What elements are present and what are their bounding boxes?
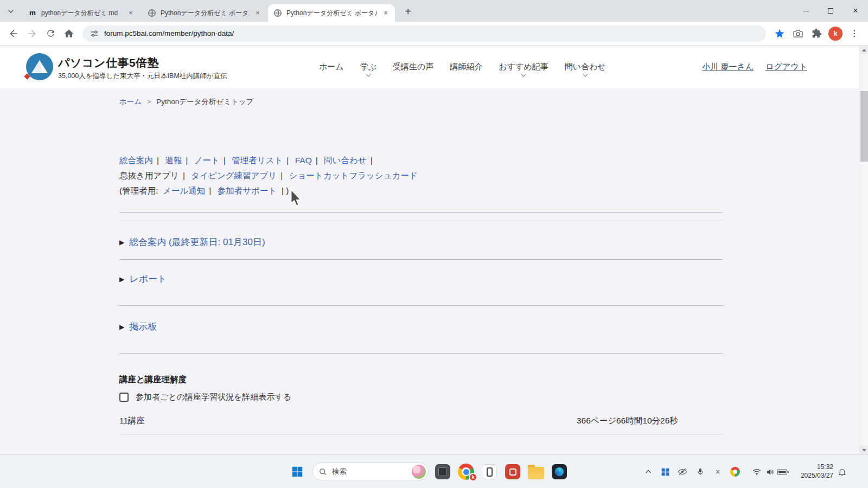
site-logo[interactable] — [26, 53, 53, 80]
home-button[interactable] — [60, 24, 78, 43]
course-count: 11講座 — [119, 415, 145, 427]
tab-close-icon[interactable]: × — [126, 8, 136, 18]
tray-colorful-app[interactable] — [729, 465, 742, 478]
link-weekly-report[interactable]: 週報 — [165, 156, 182, 165]
taskbar-app-red[interactable] — [502, 461, 524, 483]
site-info-icon[interactable] — [90, 29, 99, 38]
link-participant-support[interactable]: 参加者サポート — [218, 186, 277, 195]
nav-item-articles[interactable]: おすすめ記事 — [499, 62, 548, 72]
maximize-button[interactable] — [818, 0, 843, 22]
taskbar-app-phone[interactable] — [478, 461, 500, 483]
link-notes[interactable]: ノート — [194, 156, 220, 165]
taskbar-app-terminal[interactable] — [432, 461, 454, 483]
chrome-profile-badge: k — [469, 473, 477, 481]
scrollbar-up-button[interactable] — [860, 46, 868, 54]
scrollbar-down-button[interactable] — [860, 446, 868, 454]
tray-eye-app[interactable] — [676, 465, 689, 478]
forward-button[interactable] — [23, 24, 41, 43]
scrollbar-thumb[interactable] — [860, 91, 868, 162]
page-scrollbar[interactable] — [859, 46, 868, 454]
breadcrumb-separator: > — [147, 98, 151, 106]
taskbar-app-dark[interactable] — [548, 461, 570, 483]
nav-item-learn[interactable]: 学ぶ — [360, 62, 376, 72]
reload-icon — [46, 28, 56, 38]
taskbar-clock[interactable]: 15:32 2025/03/27 — [793, 463, 833, 480]
nav-item-instructors[interactable]: 講師紹介 — [450, 62, 482, 72]
notification-bell[interactable] — [835, 465, 848, 478]
taskbar-app-explorer[interactable] — [525, 461, 547, 483]
search-daily-image[interactable] — [412, 465, 426, 479]
link-admin-list[interactable]: 管理者リスト — [232, 156, 283, 165]
link-shortcut-flashcards[interactable]: ショートカットフラッシュカード — [289, 171, 418, 180]
menu-dots-icon[interactable] — [845, 24, 864, 43]
section-report[interactable]: ▶レポート — [119, 273, 167, 286]
close-button[interactable]: × — [843, 0, 868, 22]
separator: | — [183, 171, 185, 180]
microphone-icon — [696, 467, 705, 476]
back-button[interactable] — [4, 24, 23, 43]
link-contact[interactable]: 問い合わせ — [324, 156, 367, 165]
start-button[interactable] — [286, 461, 308, 483]
site-subtitle: 35,000人を指導した東大卒・元日本IBM社内講師が直伝 — [58, 72, 227, 81]
breadcrumb-home-link[interactable]: ホーム — [119, 97, 142, 107]
separator: | — [224, 156, 226, 165]
minimize-button[interactable] — [793, 0, 818, 22]
chevron-down-icon — [521, 74, 526, 77]
reload-button[interactable] — [41, 24, 60, 43]
extensions-icon[interactable] — [807, 24, 826, 43]
course-section-heading: 講座と講座理解度 — [119, 374, 187, 386]
tab-search-button[interactable] — [4, 5, 17, 18]
tab-close-icon[interactable]: × — [253, 8, 263, 18]
section-general-guide[interactable]: ▶総合案内 (最終更新日: 01月30日) — [119, 236, 265, 249]
tray-close-app[interactable]: × — [711, 465, 724, 478]
tab-close-icon[interactable]: × — [381, 8, 391, 18]
user-name-link[interactable]: 小川 慶一さん — [702, 62, 754, 72]
section-bulletin-board[interactable]: ▶掲示板 — [119, 320, 157, 333]
tray-battery[interactable] — [776, 465, 789, 478]
link-faq[interactable]: FAQ — [295, 156, 312, 165]
browser-tab-bar: m pythonデータ分析ゼミ.md × Pythonデータ分析ゼミ ポータルト… — [0, 0, 868, 22]
maximize-icon — [828, 8, 833, 14]
new-tab-button[interactable]: + — [400, 4, 416, 20]
link-typing-app[interactable]: タイピング練習アプリ — [191, 171, 277, 180]
bookmark-star-icon[interactable] — [770, 24, 789, 43]
nav-item-home[interactable]: ホーム — [319, 62, 344, 72]
tray-volume[interactable] — [763, 465, 776, 478]
eye-slash-icon — [678, 467, 687, 477]
profile-avatar[interactable]: k — [828, 27, 843, 41]
browser-tab-portal-2-active[interactable]: Pythonデータ分析ゼミ ポータルトッ × — [268, 4, 395, 22]
taskbar-app-chrome[interactable]: k — [455, 461, 477, 483]
windows-logo-icon — [291, 466, 303, 478]
section-title: 総合案内 (最終更新日: 01月30日) — [129, 237, 265, 247]
relax-apps-label: 息抜き用アプリ — [119, 171, 179, 180]
tray-wifi[interactable] — [750, 465, 763, 478]
tray-chevron-up[interactable] — [642, 465, 655, 478]
link-general-guide[interactable]: 総合案内 — [119, 156, 153, 165]
back-arrow-icon — [8, 28, 19, 39]
quick-links-row-2: 息抜き用アプリ| タイピング練習アプリ| ショートカットフラッシュカード — [119, 168, 723, 183]
divider — [119, 305, 723, 306]
detail-checkbox[interactable] — [119, 393, 129, 402]
red-app-icon — [505, 464, 520, 479]
browser-tab-portal-1[interactable]: Pythonデータ分析ゼミ ポータルトッ × — [142, 4, 267, 22]
tray-microphone[interactable] — [694, 465, 707, 478]
browser-tab-markdown[interactable]: m pythonデータ分析ゼミ.md × — [23, 4, 140, 22]
site-header: パソコン仕事5倍塾 35,000人を指導した東大卒・元日本IBM社内講師が直伝 … — [0, 46, 868, 88]
nav-item-contact[interactable]: 問い合わせ — [565, 62, 606, 72]
taskbar-search[interactable]: 検索 — [312, 463, 429, 480]
link-mail-notification[interactable]: メール通知 — [163, 186, 205, 195]
minimize-icon — [803, 11, 809, 11]
x-icon: × — [716, 467, 720, 476]
course-stats: 11講座 366ページ66時間10分26秒 — [119, 415, 723, 427]
camera-icon[interactable] — [789, 24, 807, 43]
globe-favicon — [148, 9, 156, 17]
tray-grid-app[interactable] — [659, 465, 672, 478]
desktop: { "colors": { "link_blue": "#3b62ad", "b… — [0, 0, 868, 488]
url-bar[interactable]: forum.pc5bai.com/member/python-data/ — [82, 25, 766, 42]
url-text[interactable]: forum.pc5bai.com/member/python-data/ — [104, 29, 234, 37]
logout-link[interactable]: ログアウト — [765, 62, 807, 72]
colorful-circle-icon — [730, 467, 740, 477]
forward-arrow-icon — [27, 28, 37, 39]
nav-item-testimonials[interactable]: 受講生の声 — [393, 62, 433, 72]
section-title: レポート — [129, 274, 167, 284]
